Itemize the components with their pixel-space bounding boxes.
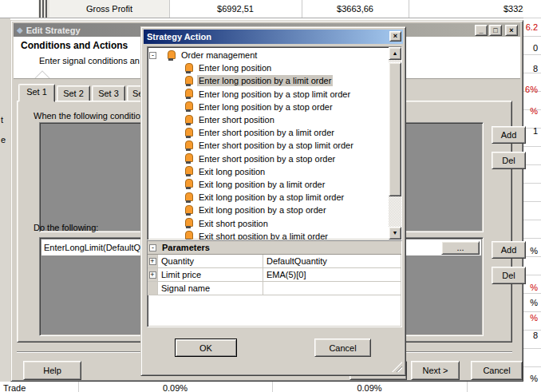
strategy-action-dialog: Strategy Action × - Order management Ent…	[140, 26, 406, 376]
action-icon	[184, 101, 193, 112]
tree-item[interactable]: Enter long position by a limit order	[148, 74, 389, 87]
next-button[interactable]: Next >	[411, 361, 460, 380]
table-value-fragment: %	[530, 283, 538, 292]
metric-value: 0.09%	[272, 383, 467, 392]
parameter-name: Limit price	[158, 268, 263, 281]
action-item-text: EnterLongLimit(DefaultQuan	[44, 243, 155, 252]
right-edge-fragments: 6.2086%%1%%%%8%	[523, 0, 541, 392]
table-value-fragment: 1	[533, 126, 538, 136]
diamond-watermark	[32, 70, 52, 79]
parameter-value[interactable]: EMA(5)[0]	[263, 268, 401, 281]
expand-icon[interactable]: +	[149, 258, 156, 265]
strategy-diamond-icon: ◆	[17, 26, 23, 34]
ok-button[interactable]: OK	[175, 339, 237, 357]
parameters-header[interactable]: - Parameters	[148, 241, 401, 255]
text-fragment: t	[1, 115, 3, 125]
tree-item[interactable]: Enter short position	[148, 113, 389, 126]
background-panel-left: te	[0, 18, 10, 382]
maximize-button[interactable]: □	[489, 25, 502, 36]
del-condition-button[interactable]: Del	[492, 152, 526, 169]
tree-item-label: Enter short position by a stop order	[197, 153, 337, 164]
when-label: When the following conditio	[34, 111, 140, 121]
tab-set3[interactable]: Set 3	[92, 85, 125, 101]
parameter-name: Signal name	[158, 282, 263, 295]
tree-item[interactable]: Exit long position by a limit order	[148, 178, 389, 191]
tree-item[interactable]: Exit short position by a limit order	[148, 230, 389, 240]
tab-set2[interactable]: Set 2	[57, 85, 90, 101]
action-icon	[184, 231, 193, 240]
tree-item[interactable]: Enter long position	[148, 61, 389, 74]
tree-item[interactable]: Exit long position	[148, 165, 389, 178]
del-action-button[interactable]: Del	[492, 267, 526, 284]
tree-item-label: Enter short position by a stop limit ord…	[197, 140, 355, 151]
parameters-grid: - Parameters +QuantityDefaultQuantity+Li…	[147, 240, 402, 327]
metric-value: $3663,66	[302, 0, 409, 18]
metric-row-label: Gross Profit	[49, 0, 169, 18]
strategy-action-titlebar[interactable]: Strategy Action	[144, 30, 403, 44]
scroll-up-icon[interactable]: ▲	[389, 47, 401, 60]
parameter-value[interactable]: DefaultQuantity	[263, 255, 401, 267]
report-table-top-row: Gross Profit $6992,51 $3663,66 $3328,85	[0, 0, 541, 18]
tree-item-label: Exit short position	[197, 218, 270, 229]
help-button[interactable]: Help	[23, 361, 81, 380]
tree-item-label: Enter long position by a limit order	[197, 75, 333, 86]
wizard-description: Enter signal conditions an	[39, 56, 140, 65]
parameter-row[interactable]: +Limit priceEMA(5)[0]	[148, 268, 401, 282]
minimize-button[interactable]: _	[475, 25, 488, 36]
tree-item[interactable]: Exit long position by a stop order	[148, 204, 389, 216]
table-value-fragment: 6%	[525, 85, 538, 94]
pane-splitter[interactable]	[38, 0, 49, 18]
tree-item[interactable]: Enter long position by a stop order	[148, 101, 389, 113]
tree-item-label: Exit long position by a stop order	[197, 204, 328, 216]
tree-root-item[interactable]: - Order management	[148, 49, 389, 61]
metric-row-label: Trade	[3, 383, 26, 392]
parameter-name: Quantity	[158, 255, 263, 267]
action-tree[interactable]: - Order management Enter long positionEn…	[147, 46, 402, 240]
action-icon	[184, 179, 193, 189]
wizard-cancel-button[interactable]: Cancel	[471, 361, 523, 380]
action-icon	[184, 205, 193, 216]
table-value-fragment: %	[530, 313, 538, 323]
scroll-down-icon[interactable]: ▼	[389, 227, 401, 240]
tree-item[interactable]: Enter short position by a limit order	[148, 126, 389, 139]
table-value-fragment: 8	[533, 331, 538, 340]
resize-grip[interactable]	[392, 362, 402, 372]
expand-icon[interactable]: +	[149, 271, 156, 279]
action-icon	[184, 76, 193, 86]
parameter-gutter: +	[148, 255, 158, 267]
tree-item[interactable]: Exit long position by a stop limit order	[148, 191, 389, 204]
close-button[interactable]: ×	[505, 25, 518, 36]
tree-item[interactable]: Exit short position	[148, 216, 389, 229]
tree-item-label: Exit long position by a stop limit order	[197, 192, 346, 203]
edit-strategy-title: Edit Strategy	[26, 26, 81, 35]
browse-button[interactable]: ...	[441, 241, 480, 255]
text-fragment: e	[1, 135, 6, 145]
tree-item-list: - Order management Enter long positionEn…	[148, 47, 389, 240]
screen: Gross Profit $6992,51 $3663,66 $3328,85 …	[0, 0, 541, 392]
tree-item[interactable]: Enter long position by a stop limit orde…	[148, 88, 389, 101]
parameter-row[interactable]: Signal name	[148, 282, 401, 295]
add-action-button[interactable]: Add	[492, 241, 526, 259]
action-icon	[184, 166, 193, 176]
table-value-fragment: 6.2	[526, 22, 538, 32]
tree-item[interactable]: Enter short position by a stop limit ord…	[148, 139, 389, 152]
close-icon[interactable]: ×	[389, 31, 401, 42]
tree-scrollbar[interactable]: ▲ ▼	[389, 47, 401, 240]
scrollbar-thumb[interactable]	[389, 62, 401, 196]
parameter-value[interactable]	[263, 282, 401, 295]
tree-item-label: Exit long position	[197, 166, 267, 177]
tree-item[interactable]: Enter short position by a stop order	[148, 152, 389, 165]
wizard-heading: Conditions and Actions	[21, 40, 128, 51]
action-icon	[167, 50, 176, 61]
dialog-cancel-button[interactable]: Cancel	[314, 339, 371, 357]
collapse-icon[interactable]: -	[149, 52, 156, 59]
tab-set1[interactable]: Set 1	[18, 84, 55, 102]
parameter-row[interactable]: +QuantityDefaultQuantity	[148, 255, 401, 268]
tree-item-label: Enter long position by a stop order	[197, 101, 334, 113]
tree-item-label: Enter short position	[197, 114, 276, 125]
report-table-bottom-row: Trade 0.09% 0.09%	[0, 382, 541, 392]
add-condition-button[interactable]: Add	[492, 126, 526, 144]
column-divider	[409, 0, 409, 18]
collapse-icon[interactable]: -	[149, 244, 156, 251]
parameter-gutter: +	[148, 268, 158, 281]
